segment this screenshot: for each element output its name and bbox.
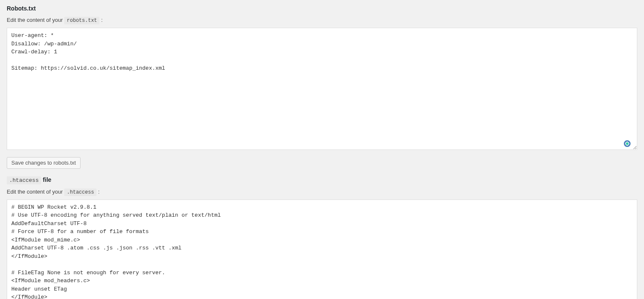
robots-description: Edit the content of your robots.txt :: [7, 17, 637, 24]
htaccess-title-code: .htaccess: [7, 176, 41, 184]
robots-section: Robots.txt Edit the content of your robo…: [7, 5, 637, 169]
robots-desc-code: robots.txt: [64, 17, 99, 24]
htaccess-title-suffix: file: [41, 176, 51, 183]
htaccess-textarea[interactable]: [7, 199, 637, 299]
htaccess-desc-code: .htaccess: [64, 189, 96, 196]
htaccess-desc-prefix: Edit the content of your: [7, 189, 64, 195]
htaccess-desc-suffix: :: [96, 189, 99, 195]
robots-desc-prefix: Edit the content of your: [7, 17, 64, 23]
robots-title: Robots.txt: [7, 5, 637, 12]
htaccess-section: .htaccess file Edit the content of your …: [7, 176, 637, 299]
robots-desc-suffix: :: [99, 17, 102, 23]
robots-textarea-wrap: [7, 28, 637, 151]
htaccess-title: .htaccess file: [7, 176, 637, 184]
htaccess-textarea-wrap: [7, 199, 637, 299]
save-robots-button[interactable]: Save changes to robots.txt: [7, 157, 81, 169]
robots-textarea[interactable]: [7, 28, 637, 150]
htaccess-description: Edit the content of your .htaccess :: [7, 189, 637, 195]
grammarly-icon[interactable]: [624, 140, 631, 147]
